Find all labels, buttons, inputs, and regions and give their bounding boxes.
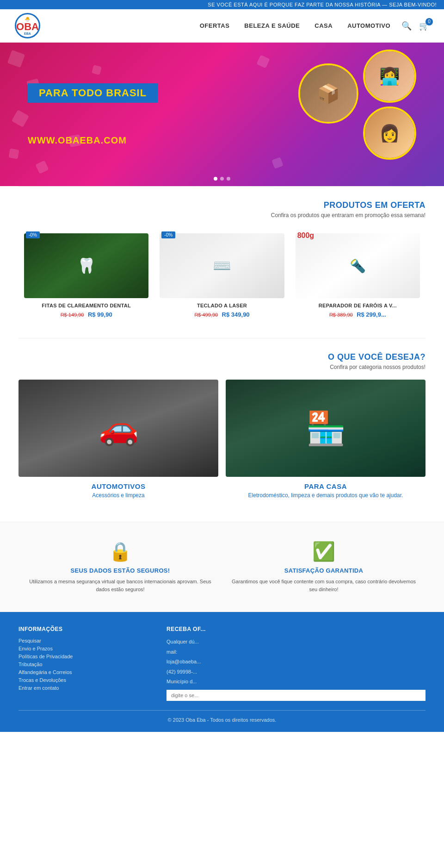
nav-beleza[interactable]: BELEZA E SAÚDE [244,22,300,29]
footer-col-info: INFORMAÇÕES Pesquisar Envio e Prazos Pol… [18,626,148,701]
product-badge-1: -0% [26,231,40,238]
logo-area[interactable]: 🐣 OBA EBA [15,13,40,38]
nav-ofertas[interactable]: OFERTAS [200,22,230,29]
products-section: PRODUTOS EM OFERTA Confira os produtos q… [0,187,444,338]
footer-col-receber: RECEBA OF... Qualquer dú... mail: loja@o… [166,626,426,701]
dot-3[interactable] [227,177,230,181]
footer-email-field[interactable] [166,690,426,701]
security-text-2: Garantimos que você fique contente com s… [231,578,416,593]
dot-1[interactable] [214,177,217,181]
product-img-1: 🦷 [24,233,148,298]
footer-bottom: © 2023 Oba Eba - Todos os direitos reser… [18,710,426,723]
security-title-1: SEUS DADOS ESTÃO SEGUROS! [28,567,213,574]
category-name-auto: AUTOMOTIVOS [18,482,218,490]
hero-url: WWW.OBAEBA.COM [28,135,158,146]
security-icon-1: 🔒 [28,541,213,562]
category-title: O QUE VOCÊ DESEJA? [18,352,426,362]
category-name-casa: PARA CASA [226,482,426,490]
header: 🐣 OBA EBA OFERTAS BELEZA E SAÚDE CASA AU… [0,9,444,43]
product-name-1: FITAS DE CLAREAMENTO DENTAL [24,303,148,308]
security-title-2: SATISFAÇÃO GARANTIDA [231,567,416,574]
footer-receber-info-4: Município d... [166,678,426,686]
hero-photo-3: 👩 [363,106,416,160]
footer-receber-info-3: (42) 99998-... [166,668,426,676]
footer-link-alfandegaria[interactable]: Alfandegária e Correios [18,669,148,675]
product-badge-3: 800g [297,231,314,240]
logo-text: OBA [16,22,39,32]
product-old-price-1: R$ 149,90 [61,312,84,318]
footer-link-contato[interactable]: Entrar em contato [18,685,148,691]
footer: INFORMAÇÕES Pesquisar Envio e Prazos Pol… [0,612,444,732]
product-new-price-1: R$ 99,90 [88,311,112,318]
category-desc-auto: Acessórios e limpeza [18,492,218,499]
header-icons: 🔍 🛒 0 [401,21,429,31]
hero-photos: 📦 👩‍💻 👩 [298,50,416,160]
product-new-price-2: R$ 349,90 [222,311,250,318]
product-card-3[interactable]: 800g 🔦 REPARADOR DE FARÓIS A V... R$ 389… [290,228,426,324]
product-name-3: REPARADOR DE FARÓIS A V... [296,303,420,308]
category-img-casa: 🏪 [226,380,426,477]
product-price-1: R$ 149,90 R$ 99,90 [24,310,148,318]
security-item-1: 🔒 SEUS DADOS ESTÃO SEGUROS! Utilizamos a… [28,541,213,593]
security-text-1: Utilizamos a mesma segurança virtual que… [28,578,213,593]
hero-photo-2: 👩‍💻 [363,50,416,103]
product-old-price-3: R$ 389,90 [329,312,353,318]
footer-link-envio[interactable]: Envio e Prazos [18,646,148,651]
product-badge-2: -0% [161,231,175,238]
footer-receber-info-2: loja@obaeba... [166,658,426,666]
footer-link-privacidade[interactable]: Políticas de Privacidade [18,654,148,659]
cart-count: 0 [426,18,433,25]
dot-2[interactable] [220,177,224,181]
search-icon[interactable]: 🔍 [401,21,412,31]
footer-copyright: © 2023 Oba Eba - Todos os direitos reser… [168,717,277,723]
logo-image: 🐣 OBA EBA [15,13,40,38]
product-name-2: TECLADO A LASER [160,303,284,308]
footer-link-trocas[interactable]: Trocas e Devoluções [18,677,148,683]
product-card-2[interactable]: -0% ⌨️ TECLADO A LASER R$ 499,90 R$ 349,… [154,228,290,324]
hero-photo-1: 📦 [298,63,358,124]
product-card-1[interactable]: -0% 🦷 FITAS DE CLAREAMENTO DENTAL R$ 149… [18,228,154,324]
hero-banner: PARA TODO BRASIL WWW.OBAEBA.COM 📦 👩‍💻 👩 [0,43,444,186]
product-price-2: R$ 499,90 R$ 349,90 [160,310,284,318]
footer-email-input-wrap [166,690,426,701]
main-nav: OFERTAS BELEZA E SAÚDE CASA AUTOMOTIVO [200,22,390,29]
category-card-auto[interactable]: 🚗 AUTOMOTIVOS Acessórios e limpeza [18,380,218,499]
footer-link-tributacao[interactable]: Tributação [18,662,148,667]
top-banner: SE VOCÊ ESTÁ AQUI É PORQUE FAZ PARTE DA … [0,0,444,9]
product-img-3: 🔦 [296,233,420,298]
hero-tagline: PARA TODO BRASIL [28,83,158,103]
footer-grid: INFORMAÇÕES Pesquisar Envio e Prazos Pol… [18,626,426,701]
security-item-2: ✅ SATISFAÇÃO GARANTIDA Garantimos que vo… [231,541,416,593]
cart-button[interactable]: 🛒 0 [419,21,429,31]
hero-content: PARA TODO BRASIL WWW.OBAEBA.COM [0,83,185,146]
footer-link-pesquisar[interactable]: Pesquisar [18,638,148,643]
category-card-casa[interactable]: 🏪 PARA CASA Eletrodoméstico, limpeza e d… [226,380,426,499]
category-subtitle: Confira por categoria nossos produtos! [18,364,426,370]
footer-receber-heading: RECEBA OF... [166,626,426,632]
nav-automotivo[interactable]: AUTOMOTIVO [347,22,390,29]
category-section: O QUE VOCÊ DESEJA? Confira por categoria… [0,338,444,512]
products-row: -0% 🦷 FITAS DE CLAREAMENTO DENTAL R$ 149… [18,228,426,324]
hero-dots [214,177,230,181]
security-section: 🔒 SEUS DADOS ESTÃO SEGUROS! Utilizamos a… [0,522,444,612]
category-cards: 🚗 AUTOMOTIVOS Acessórios e limpeza 🏪 PAR… [18,380,426,499]
category-desc-casa: Eletrodoméstico, limpeza e demais produt… [226,492,426,499]
footer-receber-info-1: mail: [166,648,426,656]
product-old-price-2: R$ 499,90 [194,312,218,318]
product-new-price-3: R$ 299,9... [357,311,386,318]
products-subtitle: Confira os produtos que entraram em prom… [18,212,426,219]
footer-info-heading: INFORMAÇÕES [18,626,148,632]
category-img-auto: 🚗 [18,380,218,477]
nav-casa[interactable]: CASA [314,22,333,29]
products-title: PRODUTOS EM OFERTA [18,200,426,210]
security-icon-2: ✅ [231,541,416,562]
footer-receber-info-0: Qualquer dú... [166,638,426,646]
product-price-3: R$ 389,90 R$ 299,9... [296,310,420,318]
product-img-2: ⌨️ [160,233,284,298]
